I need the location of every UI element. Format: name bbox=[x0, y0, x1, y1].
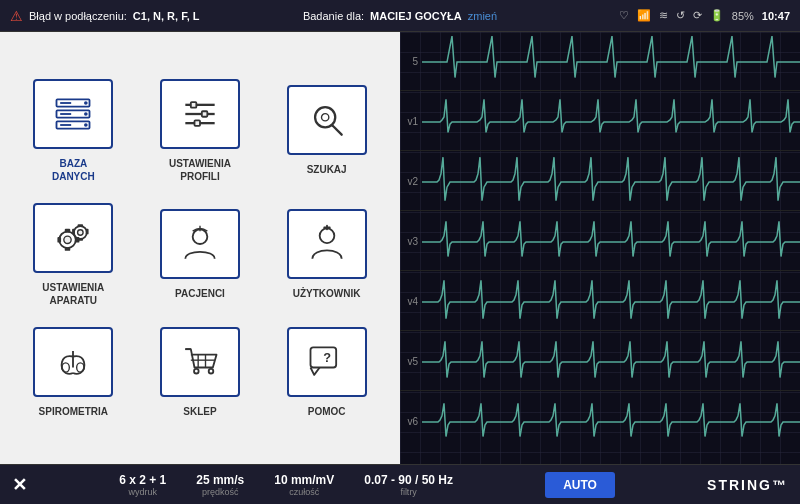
error-channels: C1, N, R, F, L bbox=[133, 10, 200, 22]
svg-rect-13 bbox=[202, 111, 208, 117]
heart-icon: ♡ bbox=[619, 9, 629, 22]
stat-filters-label: filtry bbox=[400, 487, 417, 497]
stat-speed-value: 25 mm/s bbox=[196, 473, 244, 487]
svg-rect-28 bbox=[72, 228, 75, 234]
warning-icon: ⚠ bbox=[10, 8, 23, 24]
ecg-channel-v4: v4 bbox=[400, 272, 800, 330]
ecg-line-v4 bbox=[422, 271, 800, 331]
ecg-label-v6: v6 bbox=[400, 416, 422, 427]
svg-rect-34 bbox=[326, 225, 328, 231]
svg-point-36 bbox=[77, 362, 84, 371]
ecg-label-v1: v1 bbox=[400, 116, 422, 127]
ustawienia-profili-label: USTAWIENIAPROFILI bbox=[169, 157, 231, 183]
wifi-icon: ≋ bbox=[659, 9, 668, 22]
ecg-channel-v3: v3 bbox=[400, 212, 800, 270]
svg-rect-24 bbox=[58, 237, 62, 243]
ecg-line-5 bbox=[422, 32, 800, 91]
ustawienia-profili-icon-box bbox=[160, 79, 240, 149]
error-info: ⚠ Błąd w podłączeniu: C1, N, R, F, L bbox=[10, 8, 199, 24]
menu-item-ustawienia-aparatu[interactable]: USTAWIENIAAPARATU bbox=[20, 203, 127, 307]
menu-item-ustawienia-profili[interactable]: USTAWIENIAPROFILI bbox=[147, 79, 254, 183]
ustawienia-aparatu-icon-box bbox=[33, 203, 113, 273]
pomoc-label: POMOC bbox=[308, 405, 346, 418]
svg-point-17 bbox=[321, 114, 328, 121]
svg-point-41 bbox=[194, 368, 199, 373]
ecg-channel-v6: v6 bbox=[400, 392, 800, 450]
bottom-bar: ✕ 6 x 2 + 1 wydruk 25 mm/s prędkość 10 m… bbox=[0, 464, 800, 504]
bottom-stats: 6 x 2 + 1 wydruk 25 mm/s prędkość 10 mm/… bbox=[119, 473, 453, 497]
svg-rect-23 bbox=[65, 247, 71, 251]
menu-grid: BAZADANYCH USTAWIENIAPROFILI bbox=[20, 79, 380, 418]
sklep-icon-box bbox=[160, 327, 240, 397]
svg-point-32 bbox=[319, 228, 334, 243]
signal-icon: 📶 bbox=[637, 9, 651, 22]
error-label: Błąd w podłączeniu: bbox=[29, 10, 127, 22]
spirometria-label: SPIROMETRIA bbox=[39, 405, 108, 418]
sklep-label: SKLEP bbox=[183, 405, 216, 418]
menu-item-szukaj[interactable]: SZUKAJ bbox=[273, 79, 380, 183]
stat-sensitivity-label: czułość bbox=[289, 487, 319, 497]
battery-pct: 85% bbox=[732, 10, 754, 22]
uzytkownik-icon-box bbox=[287, 209, 367, 279]
svg-rect-12 bbox=[191, 102, 197, 108]
ustawienia-aparatu-label: USTAWIENIAAPARATU bbox=[42, 281, 104, 307]
stat-print-value: 6 x 2 + 1 bbox=[119, 473, 166, 487]
menu-item-pomoc[interactable]: ? POMOC bbox=[273, 327, 380, 418]
ecg-label-v2: v2 bbox=[400, 176, 422, 187]
svg-rect-29 bbox=[86, 228, 89, 234]
stat-speed: 25 mm/s prędkość bbox=[196, 473, 244, 497]
ecg-channel-5: 5 bbox=[400, 32, 800, 90]
svg-point-21 bbox=[78, 229, 83, 235]
ecg-label-v5: v5 bbox=[400, 356, 422, 367]
main-layout: BAZADANYCH USTAWIENIAPROFILI bbox=[0, 32, 800, 464]
pomoc-icon-box: ? bbox=[287, 327, 367, 397]
stat-filters-value: 0.07 - 90 / 50 Hz bbox=[364, 473, 453, 487]
ecg-label-5: 5 bbox=[400, 56, 422, 67]
brand-logo: STRING™ bbox=[707, 477, 788, 493]
refresh-icon: ↺ bbox=[676, 9, 685, 22]
ecg-line-v6 bbox=[422, 391, 800, 451]
menu-item-sklep[interactable]: SKLEP bbox=[147, 327, 254, 418]
left-panel: BAZADANYCH USTAWIENIAPROFILI bbox=[0, 32, 400, 464]
ecg-line-v1 bbox=[422, 91, 800, 151]
stat-sensitivity-value: 10 mm/mV bbox=[274, 473, 334, 487]
baza-danych-icon-box bbox=[33, 79, 113, 149]
study-info: Badanie dla: MACIEJ GOCYŁA zmień bbox=[303, 10, 497, 22]
ecg-line-v2 bbox=[422, 151, 800, 211]
status-icons: ♡ 📶 ≋ ↺ ⟳ 🔋 85% 10:47 bbox=[619, 9, 790, 22]
pacjenci-icon-box bbox=[160, 209, 240, 279]
top-bar: ⚠ Błąd w podłączeniu: C1, N, R, F, L Bad… bbox=[0, 0, 800, 32]
szukaj-label: SZUKAJ bbox=[307, 163, 347, 176]
ecg-label-v4: v4 bbox=[400, 296, 422, 307]
baza-danych-label: BAZADANYCH bbox=[52, 157, 95, 183]
menu-item-baza-danych[interactable]: BAZADANYCH bbox=[20, 79, 127, 183]
stat-filters: 0.07 - 90 / 50 Hz filtry bbox=[364, 473, 453, 497]
ecg-channel-v1: v1 bbox=[400, 92, 800, 150]
stat-sensitivity: 10 mm/mV czułość bbox=[274, 473, 334, 497]
svg-point-15 bbox=[315, 107, 335, 127]
battery-icon: 🔋 bbox=[710, 9, 724, 22]
svg-text:?: ? bbox=[323, 350, 331, 365]
ecg-line-v5 bbox=[422, 331, 800, 391]
svg-point-5 bbox=[84, 123, 88, 127]
stat-print: 6 x 2 + 1 wydruk bbox=[119, 473, 166, 497]
auto-button[interactable]: AUTO bbox=[545, 472, 615, 498]
svg-point-19 bbox=[64, 236, 71, 243]
change-link[interactable]: zmień bbox=[468, 10, 497, 22]
menu-item-pacjenci[interactable]: PACJENCI bbox=[147, 203, 254, 307]
svg-point-42 bbox=[209, 368, 214, 373]
menu-item-spirometria[interactable]: SPIROMETRIA bbox=[20, 327, 127, 418]
ecg-label-v3: v3 bbox=[400, 236, 422, 247]
stat-speed-label: prędkość bbox=[202, 487, 239, 497]
svg-rect-27 bbox=[78, 238, 83, 241]
menu-item-uzytkownik[interactable]: UŻYTKOWNIK bbox=[273, 203, 380, 307]
close-button[interactable]: ✕ bbox=[12, 474, 27, 496]
uzytkownik-label: UŻYTKOWNIK bbox=[293, 287, 361, 300]
svg-line-16 bbox=[332, 126, 341, 135]
svg-rect-22 bbox=[65, 228, 71, 232]
patient-name: MACIEJ GOCYŁA bbox=[370, 10, 462, 22]
ecg-channel-v2: v2 bbox=[400, 152, 800, 210]
ecg-panel: 5 v1 v2 bbox=[400, 32, 800, 464]
svg-point-3 bbox=[84, 101, 88, 105]
svg-point-30 bbox=[193, 229, 208, 244]
